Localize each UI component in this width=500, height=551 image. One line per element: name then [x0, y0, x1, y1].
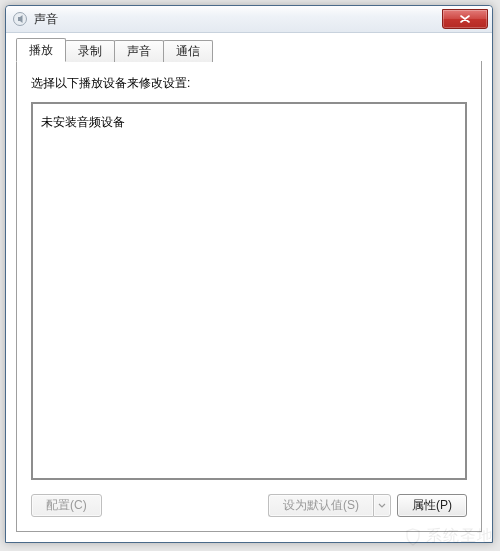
set-default-dropdown[interactable] [373, 494, 391, 517]
sound-icon [12, 11, 28, 27]
tab-recording[interactable]: 录制 [65, 40, 115, 62]
sound-dialog: 声音 播放 录制 声音 通信 选择以下播放设备来修改设置: 未安装音频设备 配置… [5, 5, 493, 543]
properties-button[interactable]: 属性(P) [397, 494, 467, 517]
tab-strip: 播放 录制 声音 通信 [16, 39, 482, 61]
tab-communications[interactable]: 通信 [163, 40, 213, 62]
configure-button[interactable]: 配置(C) [31, 494, 102, 517]
close-button[interactable] [442, 9, 488, 29]
tab-sounds[interactable]: 声音 [114, 40, 164, 62]
window-title: 声音 [34, 11, 442, 28]
button-row: 配置(C) 设为默认值(S) 属性(P) [31, 494, 467, 517]
empty-message: 未安装音频设备 [41, 114, 457, 131]
set-default-button[interactable]: 设为默认值(S) [268, 494, 373, 517]
device-list[interactable]: 未安装音频设备 [31, 102, 467, 480]
tab-page-playback: 选择以下播放设备来修改设置: 未安装音频设备 配置(C) 设为默认值(S) 属性… [16, 61, 482, 532]
tab-playback[interactable]: 播放 [16, 38, 66, 62]
close-icon [460, 15, 470, 23]
client-area: 播放 录制 声音 通信 选择以下播放设备来修改设置: 未安装音频设备 配置(C)… [6, 33, 492, 542]
chevron-down-icon [378, 503, 386, 509]
set-default-split-button: 设为默认值(S) [268, 494, 391, 517]
instruction-text: 选择以下播放设备来修改设置: [31, 75, 467, 92]
titlebar: 声音 [6, 6, 492, 33]
